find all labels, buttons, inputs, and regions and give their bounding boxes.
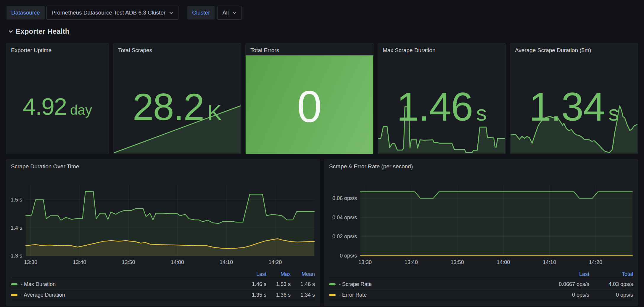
x-axis-label: 14:10 bbox=[220, 259, 233, 265]
series-color-swatch bbox=[11, 283, 17, 285]
stat-number: 1.34 bbox=[529, 84, 605, 130]
panel-title: Total Scrapes bbox=[118, 47, 152, 54]
series-fill-green bbox=[360, 192, 632, 256]
stat-number: 0 bbox=[297, 81, 322, 132]
timeseries-panel-row: Scrape Duration Over Time 1.5 s1.4 s1.3 … bbox=[6, 159, 638, 306]
y-axis-label: 1.3 s bbox=[11, 253, 22, 259]
x-axis-label: 13:30 bbox=[358, 259, 372, 265]
panel-title: Average Scrape Duration (5m) bbox=[515, 47, 591, 54]
stat-body-green-gradient: 0 bbox=[246, 55, 373, 154]
stat-body: 28.2 K bbox=[113, 55, 241, 154]
x-axis-label: 14:20 bbox=[268, 259, 282, 265]
legend-stat-value: 1.35 s bbox=[242, 292, 266, 298]
stat-value: 4.92 day bbox=[23, 93, 92, 120]
panel-header[interactable]: Average Scrape Duration (5m) bbox=[510, 44, 638, 55]
legend-stat-value: 1.53 s bbox=[266, 281, 291, 287]
dashboard-variable-bar: Datasource Prometheus Datasource Test AD… bbox=[7, 6, 644, 20]
stat-value: 1.46 s bbox=[397, 84, 487, 130]
legend-row-error-rate[interactable]: - Error Rate0 ops/s0 ops/s bbox=[329, 290, 633, 300]
legend-stat-value: 4.03 ops/s bbox=[589, 281, 633, 287]
stat-body: 1.46 s bbox=[378, 55, 505, 154]
legend-series-label: - Scrape Rate bbox=[339, 281, 372, 287]
cluster-selected-value: All bbox=[222, 9, 228, 16]
x-axis-label: 14:10 bbox=[543, 259, 556, 265]
panel-scrape-duration-over-time: Scrape Duration Over Time 1.5 s1.4 s1.3 … bbox=[6, 159, 320, 306]
panel-scrape-error-rate: Scrape & Error Rate (per second) 0.06 op… bbox=[324, 159, 638, 306]
panel-title: Max Scrape Duration bbox=[383, 47, 435, 54]
scrape-error-rate-chart[interactable]: 0.06 ops/s0.04 ops/s0.02 ops/s0 ops/s13:… bbox=[324, 172, 638, 269]
panel-title: Scrape Duration Over Time bbox=[11, 163, 79, 170]
legend-column-max[interactable]: Max bbox=[266, 271, 291, 277]
panel-average-scrape-duration: Average Scrape Duration (5m) 1.34 s bbox=[510, 43, 638, 154]
cluster-variable-label: Cluster bbox=[187, 6, 215, 20]
chevron-down-icon bbox=[169, 11, 173, 15]
stat-unit: s bbox=[476, 101, 487, 125]
legend-stat-value: 1.46 s bbox=[242, 281, 266, 287]
legend-series-label: - Error Rate bbox=[339, 292, 367, 298]
stat-body: 4.92 day bbox=[6, 55, 109, 154]
legend-column-mean[interactable]: Mean bbox=[291, 271, 315, 277]
x-axis-label: 14:00 bbox=[497, 259, 510, 265]
stat-value: 28.2 K bbox=[133, 85, 222, 128]
legend-row-max-duration[interactable]: - Max Duration1.46 s1.53 s1.46 s bbox=[11, 279, 315, 290]
cluster-variable-select[interactable]: All bbox=[217, 6, 242, 20]
y-axis-label: 0 ops/s bbox=[340, 253, 357, 259]
stat-number: 4.92 bbox=[23, 93, 67, 120]
chevron-down-icon bbox=[8, 29, 13, 34]
chevron-down-icon bbox=[232, 11, 237, 15]
x-axis-label: 13:50 bbox=[451, 259, 464, 265]
panel-title: Scrape & Error Rate (per second) bbox=[329, 163, 413, 170]
x-axis-label: 13:30 bbox=[24, 259, 37, 265]
x-axis-label: 13:50 bbox=[122, 259, 135, 265]
datasource-selected-value: Prometheus Datasource Test ADB 6.3 Clust… bbox=[51, 9, 165, 16]
y-axis-label: 1.4 s bbox=[11, 225, 22, 231]
stat-number: 1.46 bbox=[397, 84, 473, 130]
legend-stat-value: 0 ops/s bbox=[545, 292, 589, 298]
row-header-exporter-health[interactable]: Exporter Health bbox=[8, 27, 644, 36]
stat-unit: K bbox=[207, 100, 222, 124]
row-title: Exporter Health bbox=[16, 27, 70, 36]
legend-stat-value: 1.36 s bbox=[266, 292, 291, 298]
cluster-label-text: Cluster bbox=[192, 9, 210, 16]
y-axis-label: 0.02 ops/s bbox=[332, 234, 357, 239]
legend-column-total[interactable]: Total bbox=[589, 271, 633, 277]
y-axis-label: 1.5 s bbox=[11, 197, 22, 203]
stat-value: 1.34 s bbox=[529, 84, 619, 130]
x-axis-label: 13:40 bbox=[73, 259, 86, 265]
panel-header[interactable]: Scrape & Error Rate (per second) bbox=[324, 160, 638, 172]
stat-panel-row: Exporter Uptime 4.92 day Total Scrapes 2… bbox=[6, 43, 638, 154]
legend-series-label: - Max Duration bbox=[21, 281, 56, 287]
y-axis-label: 0.06 ops/s bbox=[332, 195, 357, 201]
stat-unit: day bbox=[70, 102, 92, 118]
panel-max-scrape-duration: Max Scrape Duration 1.46 s bbox=[378, 43, 506, 154]
panel-header[interactable]: Exporter Uptime bbox=[6, 44, 109, 55]
panel-header[interactable]: Max Scrape Duration bbox=[378, 44, 505, 55]
panel-header[interactable]: Total Scrapes bbox=[113, 44, 241, 55]
series-color-swatch bbox=[11, 294, 17, 296]
panel-header[interactable]: Total Errors bbox=[246, 44, 373, 55]
panel-total-errors: Total Errors 0 bbox=[245, 43, 373, 154]
datasource-label-text: Datasource bbox=[11, 9, 40, 16]
y-axis-label: 0.04 ops/s bbox=[332, 215, 357, 220]
scrape-duration-legend: LastMaxMean- Max Duration1.46 s1.53 s1.4… bbox=[6, 269, 320, 300]
datasource-variable-select[interactable]: Prometheus Datasource Test ADB 6.3 Clust… bbox=[46, 6, 178, 20]
legend-stat-value: 1.46 s bbox=[291, 281, 315, 287]
x-axis-label: 13:40 bbox=[405, 259, 418, 265]
scrape-duration-chart[interactable]: 1.5 s1.4 s1.3 s13:3013:4013:5014:0014:10… bbox=[6, 172, 320, 269]
legend-row-average-duration[interactable]: - Average Duration1.35 s1.36 s1.34 s bbox=[11, 290, 315, 300]
legend-stat-value: 0 ops/s bbox=[589, 292, 633, 298]
panel-exporter-uptime: Exporter Uptime 4.92 day bbox=[6, 43, 109, 154]
legend-series-label: - Average Duration bbox=[21, 292, 65, 298]
x-axis-label: 14:20 bbox=[589, 259, 602, 265]
legend-stat-value: 0.0667 ops/s bbox=[545, 281, 589, 287]
legend-column-last[interactable]: Last bbox=[545, 271, 589, 277]
panel-title: Exporter Uptime bbox=[11, 47, 51, 54]
series-color-swatch bbox=[329, 283, 336, 285]
panel-header[interactable]: Scrape Duration Over Time bbox=[6, 160, 320, 172]
legend-column-last[interactable]: Last bbox=[242, 271, 266, 277]
panel-title: Total Errors bbox=[250, 47, 279, 54]
stat-unit: s bbox=[608, 101, 619, 125]
legend-header: LastTotal bbox=[329, 269, 633, 279]
legend-row-scrape-rate[interactable]: - Scrape Rate0.0667 ops/s4.03 ops/s bbox=[329, 279, 633, 290]
stat-value: 0 bbox=[297, 81, 322, 132]
